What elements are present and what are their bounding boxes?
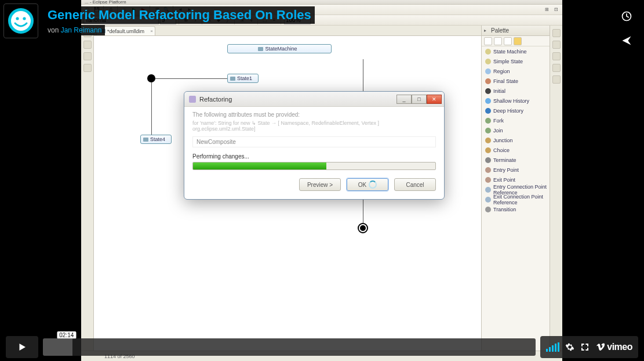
palette-item-icon	[485, 108, 491, 114]
perspective2-icon[interactable]: ⊡	[552, 6, 560, 14]
watch-later-button[interactable]	[615, 6, 638, 27]
gutter-view-icon[interactable]	[552, 29, 561, 37]
dialog-icon	[189, 96, 196, 103]
palette-item-icon	[485, 59, 491, 64]
palette-items: State MachineSimple StateRegionFinal Sta…	[482, 46, 550, 214]
palette-item-label: Final State	[493, 78, 518, 84]
volume-control[interactable]	[546, 342, 559, 352]
author-link[interactable]: Jan Reimann	[61, 26, 102, 34]
diagram-canvas[interactable]: StateMachine State1 State4	[94, 36, 481, 351]
state-icon	[258, 47, 263, 51]
zoom-tool-icon[interactable]	[494, 37, 502, 45]
note-tool-icon[interactable]	[504, 37, 512, 45]
gutter-view-icon[interactable]	[83, 41, 92, 49]
gutter-view-icon[interactable]	[552, 52, 561, 60]
gutter-view-icon[interactable]	[552, 75, 561, 84]
progress-fill	[193, 163, 326, 169]
dialog-title: Refactoring	[199, 96, 232, 103]
palette-item[interactable]: Simple State	[482, 56, 550, 66]
palette-item[interactable]: Exit Point	[482, 175, 550, 185]
transition-edge[interactable]	[151, 82, 152, 135]
minimize-button[interactable]: _	[396, 95, 412, 104]
preview-button[interactable]: Preview >	[299, 178, 341, 191]
palette-item[interactable]: Entry Connection Point Reference	[482, 185, 550, 194]
statemachine-container[interactable]: StateMachine	[227, 44, 332, 53]
share-button[interactable]	[615, 30, 638, 51]
timeline-loaded	[43, 338, 72, 356]
right-view-gutter	[550, 26, 562, 351]
palette-item-icon	[485, 157, 491, 163]
dialog-hint: The following attributes must be provide…	[192, 111, 436, 118]
progress-label: Performing changes...	[192, 153, 436, 160]
name-field[interactable]: NewComposite	[192, 136, 436, 147]
perspective-icon[interactable]: ⊞	[543, 6, 551, 14]
palette-item-label: Deep History	[493, 108, 523, 114]
initial-node[interactable]	[147, 74, 155, 82]
palette-item[interactable]: Exit Connection Point Reference	[482, 194, 550, 204]
palette-item[interactable]: Final State	[482, 76, 550, 86]
palette-item-icon	[485, 197, 491, 203]
palette-item-icon	[485, 68, 491, 74]
fullscreen-icon[interactable]	[580, 342, 590, 352]
close-button[interactable]: ✕	[427, 95, 442, 104]
palette-item-label: Join	[493, 128, 503, 133]
dialog-titlebar[interactable]: Refactoring _ □ ✕	[184, 92, 444, 107]
state-node-4[interactable]: State4	[140, 135, 172, 144]
svg-point-1	[11, 11, 31, 31]
palette-item-label: Exit Connection Point Reference	[493, 194, 550, 205]
final-node[interactable]	[358, 223, 368, 233]
transition-edge[interactable]	[155, 78, 227, 79]
pointer-tool-icon[interactable]	[484, 37, 492, 45]
palette-header[interactable]: Palette	[482, 26, 550, 36]
ok-button[interactable]: OK	[347, 178, 388, 191]
gutter-view-icon[interactable]	[552, 41, 561, 49]
state-icon	[230, 77, 235, 81]
vimeo-logo[interactable]: vimeo	[595, 342, 632, 352]
left-view-gutter	[81, 26, 94, 351]
state-label: State4	[150, 136, 165, 142]
palette-item-icon	[485, 138, 491, 143]
palette-item[interactable]: Shallow History	[482, 96, 550, 106]
folder-tool-icon[interactable]	[514, 37, 522, 45]
video-header-overlay: Generic Model Refactoring Based On Roles…	[3, 3, 315, 38]
palette-item[interactable]: Entry Point	[482, 165, 550, 175]
palette-item[interactable]: Fork	[482, 115, 550, 125]
editor-area: *default.umlldim × StateMachine State1	[94, 26, 481, 351]
maximize-button[interactable]: □	[412, 95, 427, 104]
palette-item-icon	[485, 187, 491, 193]
state-node-1[interactable]: State1	[227, 74, 259, 83]
container-label: StateMachine	[265, 46, 297, 52]
palette-item-icon	[485, 167, 491, 173]
state-icon	[143, 138, 148, 142]
palette-item[interactable]: Region	[482, 66, 550, 76]
vimeo-logo-text: vimeo	[607, 342, 632, 352]
gutter-view-icon[interactable]	[83, 64, 92, 72]
uploader-avatar[interactable]	[3, 3, 38, 38]
palette-item-label: Entry Point	[493, 167, 519, 173]
ok-label: OK	[358, 182, 366, 188]
play-button[interactable]	[6, 336, 38, 358]
gutter-view-icon[interactable]	[83, 52, 92, 60]
palette-item-label: Junction	[493, 138, 513, 143]
palette-item[interactable]: Transition	[482, 204, 550, 214]
svg-point-3	[23, 17, 26, 20]
video-player: ... - Eclipse Platform ▢ 💾 ⎙ ☼ ▶ ▶ ⊞ 🔍 ◄…	[0, 0, 644, 361]
palette-item[interactable]: State Machine	[482, 46, 550, 56]
palette-item-icon	[485, 207, 491, 212]
palette-item[interactable]: Join	[482, 125, 550, 135]
palette-item[interactable]: Terminate	[482, 155, 550, 165]
palette-item-label: Exit Point	[493, 177, 515, 183]
palette-item-icon	[485, 98, 491, 104]
palette-item[interactable]: Choice	[482, 145, 550, 155]
palette-item[interactable]: Junction	[482, 135, 550, 145]
palette-item-icon	[485, 177, 491, 183]
timeline[interactable]: 02:14	[43, 336, 536, 358]
eclipse-window: ... - Eclipse Platform ▢ 💾 ⎙ ☼ ▶ ▶ ⊞ 🔍 ◄…	[81, 0, 562, 361]
palette-item-label: Initial	[493, 88, 505, 94]
settings-icon[interactable]	[565, 342, 574, 352]
video-title[interactable]: Generic Model Refactoring Based On Roles	[44, 6, 315, 23]
palette-item[interactable]: Initial	[482, 86, 550, 96]
palette-item[interactable]: Deep History	[482, 106, 550, 115]
gutter-view-icon[interactable]	[552, 64, 561, 72]
cancel-button[interactable]: Cancel	[394, 178, 436, 191]
